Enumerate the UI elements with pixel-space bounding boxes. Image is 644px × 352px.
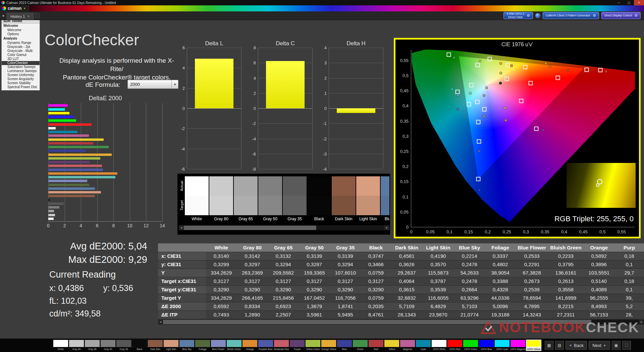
bottom-patch-100-blue[interactable]: 100% Blue	[479, 340, 494, 351]
sidebar-item-welcome[interactable]: Welcome	[2, 28, 40, 32]
delta-c-title: Delta C	[258, 40, 313, 48]
bottom-patch-100-white[interactable]: 100% White	[431, 340, 447, 351]
delta-bar	[266, 61, 305, 108]
scrollbar-track[interactable]	[184, 225, 384, 230]
scrollbar-thumb[interactable]	[184, 226, 316, 230]
maximize-button[interactable]: ▢	[624, 0, 634, 5]
patch-color	[510, 340, 526, 347]
display-control-button[interactable]: Direct Display Control ⚙	[601, 12, 641, 19]
sidebar-item-3d-lut[interactable]: 3D LUT	[2, 57, 40, 61]
chevron-down-icon[interactable]: ▼	[171, 80, 178, 89]
table-cell: 0,3388	[485, 277, 516, 285]
delta-tick-label: -4	[323, 167, 327, 172]
gear-icon[interactable]: ⚙	[593, 13, 596, 18]
close-button[interactable]: ✕	[634, 0, 644, 5]
sidebar-item-saturation-sweeps[interactable]: Saturation Sweeps	[2, 65, 40, 69]
bottom-patch-100-red[interactable]: 100% Red	[447, 340, 463, 351]
sidebar-item-screen-uniformity[interactable]: Screen Uniformity	[2, 73, 40, 77]
sidebar-item-grayscale-2pt[interactable]: Grayscale - 2pt	[2, 45, 40, 49]
bottom-patch-yellow[interactable]: Yellow	[384, 340, 399, 351]
patch-label: Blue	[337, 347, 352, 351]
gear-icon[interactable]: ⚙	[634, 13, 638, 18]
bottom-patch-bluish-green[interactable]: Bluish Green	[226, 340, 242, 351]
scroll-left-icon[interactable]: ◄	[179, 225, 184, 230]
sidebar-item-colorchecker[interactable]: ColorChecker	[2, 61, 40, 65]
minimize-button[interactable]: ─	[614, 0, 624, 5]
calman-menu-button[interactable]: calman ▼	[0, 5, 29, 11]
bottom-patch-purple[interactable]: Purple	[289, 340, 305, 351]
panel-toggle-button[interactable]: ▣	[612, 341, 621, 350]
bottom-patch-black[interactable]: Black	[132, 340, 147, 351]
bottom-patch-red[interactable]: Red	[368, 340, 384, 351]
bottom-patch-gray-50[interactable]: Gray 50	[100, 340, 116, 351]
bottom-patch-green[interactable]: Green	[353, 340, 368, 351]
sidebar-item-screen-stability[interactable]: Screen Stability	[2, 81, 40, 85]
bottom-patch-gray-80[interactable]: Gray 80	[69, 340, 84, 351]
swatch-compare-panel: Actual Target WhiteGray 80Gray 65Gray 50…	[177, 174, 390, 235]
table-cell: 0,3896	[584, 260, 614, 269]
bottom-patch-light-skin[interactable]: Light Skin	[163, 340, 179, 351]
delta-tick-label: 2	[254, 91, 256, 96]
bottom-patch-yellow-green[interactable]: Yellow Green	[305, 340, 321, 351]
new-tab-button[interactable]	[35, 13, 40, 18]
pattern-generator-button[interactable]: CalMAN Client 3 Pattern Generator ⚙	[543, 12, 599, 19]
target-swatch	[307, 196, 331, 215]
scroll-right-icon[interactable]: ►	[384, 225, 389, 230]
patch-name: Dark Skin	[332, 215, 356, 222]
sidebar-item-spectral-power-dist[interactable]: Spectral Power Dist.	[2, 85, 40, 89]
bottom-patch-blue-flower[interactable]: Blue Flower	[211, 340, 226, 351]
sidebar-item-luminance-sweeps[interactable]: Luminance Sweeps	[2, 69, 40, 73]
table-cell: 44,0336	[485, 294, 516, 302]
cie-y-tick: 0	[406, 225, 409, 230]
bottom-patch-cyan[interactable]: Cyan	[416, 340, 431, 351]
sidebar-item-screen-angularity[interactable]: Screen Angularity	[2, 77, 40, 81]
patch-name: Gray 35	[283, 215, 307, 222]
sidebar-collapse-button[interactable]: ◄	[0, 14, 6, 17]
table-cell: 0,3787	[422, 277, 454, 285]
tab-history-1[interactable]: History 1 ✕	[7, 13, 34, 20]
scroll-right-icon[interactable]: ►	[639, 319, 644, 325]
bottom-patch-purplish-blue[interactable]: Purplish Blue	[258, 340, 273, 351]
gear-icon[interactable]: ⚙	[527, 13, 530, 18]
sidebar-item-grayscale-multi[interactable]: Grayscale - Multi	[2, 49, 40, 53]
bottom-patch-white[interactable]: White	[53, 340, 68, 351]
bottom-patch-100-magenta[interactable]: 100% Magenta	[510, 340, 526, 351]
table-cell: 103,5551	[584, 269, 614, 277]
bottom-patch-dark-skin[interactable]: Dark Skin	[148, 340, 163, 351]
bottom-patch-magenta[interactable]: Magenta	[400, 340, 415, 351]
bottom-patch-blue-sky[interactable]: Blue Sky	[179, 340, 195, 351]
tab-close-icon[interactable]: ✕	[27, 15, 30, 18]
bottom-patch-blue[interactable]: Blue	[337, 340, 352, 351]
de-formula-value: 2000	[130, 82, 140, 87]
deltae-bar	[48, 210, 54, 212]
sidebar-item-dynamic-range[interactable]: Dynamic Range	[2, 41, 40, 45]
sidebar-item-color-gamut[interactable]: Color Gamut	[2, 53, 40, 57]
bottom-patch-foliage[interactable]: Foliage	[195, 340, 210, 351]
table-cell: 0,18	[614, 277, 644, 285]
bottom-patch-orange[interactable]: Orange	[242, 340, 258, 351]
actual-swatch	[209, 176, 233, 196]
cie-y-tick: 0,45	[400, 88, 409, 93]
next-button[interactable]: Next ►	[589, 341, 610, 350]
bottom-patch-100-green[interactable]: 100% Green	[463, 340, 478, 351]
fullscreen-button[interactable]: ⛶	[622, 341, 631, 350]
sidebar-item-options[interactable]: Options	[2, 32, 40, 36]
de-formula-dropdown[interactable]: 2000 ▼	[127, 80, 178, 89]
description-line1: Display analysis is performed with the X…	[59, 57, 174, 72]
bottom-patch-gray-65[interactable]: Gray 65	[85, 340, 100, 351]
scroll-left-icon[interactable]: ◄	[158, 319, 163, 325]
patch-label: Black	[132, 347, 147, 351]
meter-button[interactable]: X-Rite i1Pro 2 Direct View ⚙	[503, 12, 533, 19]
delta-gridline	[258, 48, 312, 48]
bottom-patch-gray-35[interactable]: Gray 35	[116, 340, 131, 351]
delta-bar	[195, 59, 234, 108]
bottom-patch-moderate-red[interactable]: Moderate Red	[274, 340, 289, 351]
bottom-patch-100-cyan[interactable]: 100% Cyan	[494, 340, 510, 351]
bottom-patch-100-yellow[interactable]: 100% Yellow	[526, 340, 541, 351]
cie-measured-point	[479, 60, 481, 62]
layout-grid-button[interactable]: ▦	[545, 341, 553, 350]
back-button[interactable]: ◄ Back	[566, 341, 587, 350]
layout-single-button[interactable]: ▤	[555, 341, 564, 350]
bottom-patch-orange-yellow[interactable]: Orange Yellow	[321, 340, 336, 351]
compare-scrollbar[interactable]: ◄ ►	[179, 225, 389, 230]
